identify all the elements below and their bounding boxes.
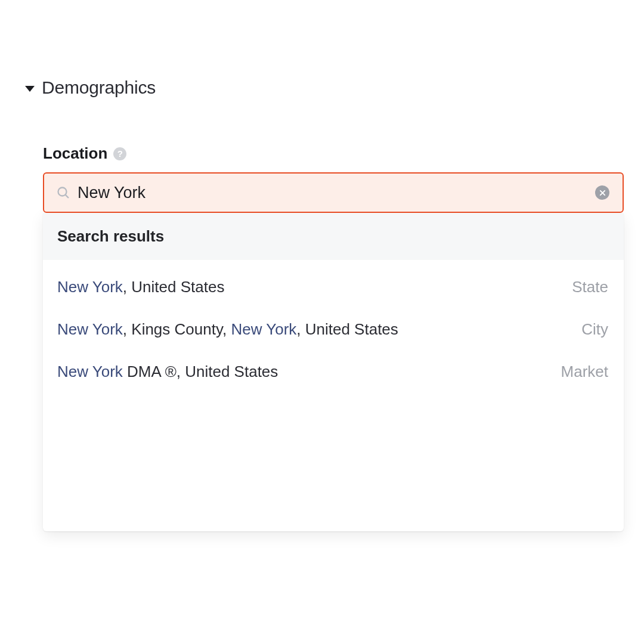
search-result-item[interactable]: New York DMA ®, United StatesMarket xyxy=(43,351,624,393)
search-icon xyxy=(56,185,70,200)
search-result-type: Market xyxy=(561,363,608,381)
clear-input-button[interactable] xyxy=(595,185,609,200)
search-result-item[interactable]: New York, Kings County, New York, United… xyxy=(43,308,624,351)
search-results-list: New York, United StatesStateNew York, Ki… xyxy=(43,260,624,399)
demographics-section-header[interactable]: Demographics xyxy=(25,78,624,98)
search-result-item[interactable]: New York, United StatesState xyxy=(43,266,624,308)
search-results-header-text: Search results xyxy=(57,227,164,245)
section-title: Demographics xyxy=(42,78,156,98)
search-result-text: New York, Kings County, New York, United… xyxy=(57,319,398,340)
caret-down-icon xyxy=(25,86,35,92)
svg-point-0 xyxy=(58,188,67,196)
location-search-wrap xyxy=(43,172,624,213)
search-result-text: New York, United States xyxy=(57,277,224,298)
location-label: Location xyxy=(43,144,107,163)
help-icon[interactable]: ? xyxy=(113,147,126,160)
search-results-header: Search results xyxy=(43,213,624,260)
search-result-text: New York DMA ®, United States xyxy=(57,361,278,382)
search-results-dropdown: Search results New York, United StatesSt… xyxy=(43,213,624,531)
location-search-input[interactable] xyxy=(78,184,589,202)
search-result-type: City xyxy=(581,320,608,339)
location-label-row: Location ? xyxy=(43,144,624,163)
svg-line-1 xyxy=(66,195,69,198)
search-result-type: State xyxy=(572,278,608,296)
location-field: Location ? Search results New York, Unit… xyxy=(25,144,624,531)
